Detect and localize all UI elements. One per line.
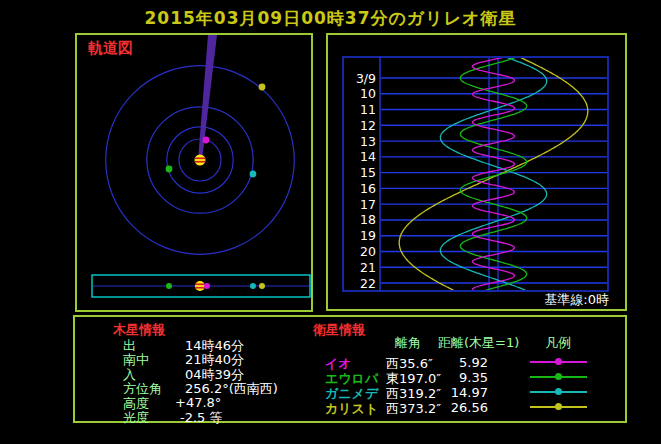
- ganymede-strip-dot: [250, 283, 256, 289]
- distance-value: 5.92: [423, 355, 488, 370]
- date-label: 22: [360, 276, 376, 291]
- wave-curve-chart: 3/910111213141516171819202122: [328, 35, 625, 309]
- jupiter-info-title: 木星情報: [113, 321, 165, 339]
- reference-line-note: 基準線:0時: [544, 291, 609, 309]
- legend-dot: [555, 403, 562, 410]
- legend-dot: [555, 373, 562, 380]
- jupiter-info-label: 光度: [123, 409, 149, 427]
- elongation-header: 離角: [395, 334, 421, 352]
- distance-value: 26.56: [423, 400, 488, 415]
- europa-dot: [166, 166, 173, 173]
- date-label: 10: [360, 86, 376, 101]
- date-label: 12: [360, 118, 376, 133]
- jupiter-info-value: -2.5 等: [180, 409, 223, 427]
- legend-dot: [555, 388, 562, 395]
- distance-value: 9.35: [423, 370, 488, 385]
- distance-header: 距離(木星=1): [438, 334, 519, 352]
- io-dot: [203, 137, 210, 144]
- orbit-diagram-panel: 軌道図: [75, 33, 313, 312]
- wave-curve-panel: 3/910111213141516171819202122 基準線:0時: [326, 33, 627, 311]
- date-label: 19: [360, 228, 376, 243]
- date-label: 21: [360, 260, 376, 275]
- orbit-diagram: [77, 35, 311, 310]
- date-label: 16: [360, 181, 376, 196]
- distance-value: 14.97: [423, 385, 488, 400]
- date-label: 17: [360, 197, 376, 212]
- satellite-info-title: 衛星情報: [313, 321, 365, 339]
- satellite-name: カリスト: [325, 400, 378, 418]
- legend-dot: [555, 358, 562, 365]
- page-title: 2015年03月09日00時37分のガリレオ衛星: [0, 7, 661, 30]
- date-label: 11: [360, 102, 376, 117]
- ganymede-dot: [250, 171, 257, 178]
- date-label: 13: [360, 134, 376, 149]
- jupiter-disk: [195, 155, 206, 166]
- jupiter-strip-disk: [195, 281, 205, 291]
- callisto-strip-dot: [259, 283, 265, 289]
- date-label: 14: [360, 149, 376, 164]
- io-strip-dot: [204, 283, 210, 289]
- date-label: 15: [360, 165, 376, 180]
- info-panel: 木星情報 出14時46分南中21時40分入04時39分方位角256.2°(西南西…: [73, 315, 627, 423]
- callisto-dot: [259, 84, 266, 91]
- date-label: 18: [360, 212, 376, 227]
- legend-header: 凡例: [545, 334, 571, 352]
- エウロパ-curve: [460, 58, 526, 293]
- galilean-satellites-app: { "title": "2015年03月09日00時37分のガリレオ衛星", "…: [0, 0, 661, 444]
- orbit-panel-label: 軌道図: [88, 39, 133, 58]
- jupiter-info-value: +47.8°: [175, 395, 221, 410]
- date-label: 20: [360, 244, 376, 259]
- europa-strip-dot: [166, 283, 172, 289]
- date-label: 3/9: [356, 71, 376, 86]
